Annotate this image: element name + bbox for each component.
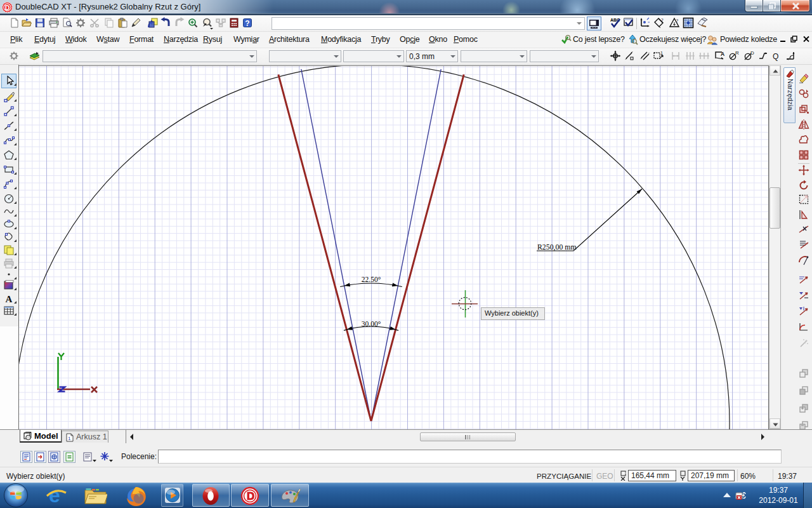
svg-text:?: ? [245,19,249,28]
svg-text:22.50°: 22.50° [362,276,381,283]
svg-text:e: e [49,485,60,506]
svg-text:R250,00 mm: R250,00 mm [537,243,577,251]
svg-text:?: ? [676,18,679,24]
svg-text:1: 1 [660,51,663,55]
svg-text:1: 1 [68,436,71,441]
svg-text:30.00°: 30.00° [362,320,381,328]
svg-text:R: R [735,50,739,56]
svg-text:D: D [5,4,10,11]
svg-text:A: A [721,51,724,57]
svg-text:?: ? [661,18,664,23]
svg-text:Q: Q [773,52,778,61]
svg-text:D: D [750,50,754,56]
